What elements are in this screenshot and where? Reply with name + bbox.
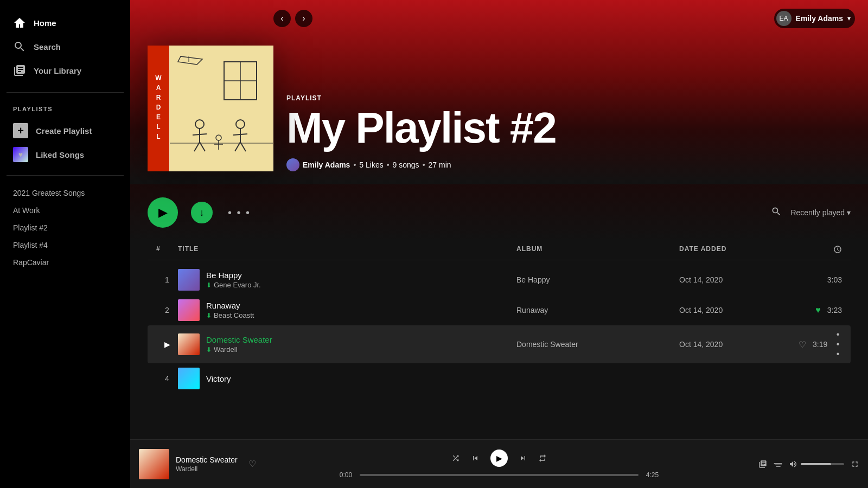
playlist-cover: WARDELL [148,46,273,171]
track-title-area-2: Runaway ⬇ Beast Coastt [178,299,516,321]
devices-button[interactable] [774,460,782,468]
progress-track[interactable] [360,474,639,476]
sidebar-item-search[interactable]: Search [7,35,124,59]
player-right [686,460,859,468]
playlist-duration: 27 min [429,160,451,169]
main-content: ‹ › EA Emily Adams ▾ WARDELL [130,0,868,488]
track-num-4: 4 [156,374,178,383]
playlist-type: PLAYLIST [286,94,851,102]
sidebar-divider [7,92,124,93]
svg-rect-0 [170,46,273,171]
table-row[interactable]: 2 Runaway ⬇ Beast Coastt [148,295,851,325]
track-name-1: Be Happy [206,271,261,280]
sidebar-item-rapcaviar[interactable]: RapCaviar [0,254,130,271]
sidebar-library-label: Your Library [34,66,81,75]
header-num: # [156,245,178,255]
meta-dot-2: • [387,160,390,169]
now-playing-info: Domestic Sweater Wardell [176,455,238,473]
track-name-2: Runaway [206,301,254,310]
sidebar-item-playlist4[interactable]: Playlist #4 [0,236,130,254]
sidebar-item-atwork[interactable]: At Work [0,202,130,219]
track-duration-1: 3:03 [799,275,842,284]
more-options-button[interactable]: • • • [226,204,253,221]
table-row[interactable]: ▶ Domestic Sweater ⬇ Wardell [148,325,851,363]
heart-icon-3[interactable]: ♡ [799,339,806,350]
previous-button[interactable] [471,454,480,463]
controls-right: Recently played ▾ [771,206,851,220]
heart-icon-2[interactable]: ♥ [815,305,821,315]
track-date-2: Oct 14, 2020 [679,306,799,314]
track-thumbnail-1 [178,269,200,291]
track-num-label-4: 4 [165,374,169,383]
table-row[interactable]: 1 Be Happy ⬇ Gene Evaro Jr. [148,265,851,295]
track-list: # TITLE ALBUM DATE ADDED 1 [130,241,868,394]
player-center: ▶ 0:00 4:25 [321,450,677,479]
track-info-4: Victory [206,374,231,383]
play-button[interactable]: ▶ [148,197,178,228]
liked-songs-icon: ♥ [13,147,28,162]
track-info-2: Runaway ⬇ Beast Coastt [206,301,254,319]
forward-button[interactable]: › [295,10,312,27]
shuffle-button[interactable] [451,454,460,463]
track-artist-1: ⬇ Gene Evaro Jr. [206,281,261,289]
sidebar: Home Search Your Library PLAYLISTS + Cre… [0,0,130,488]
header-duration [799,245,842,255]
nav-arrows: ‹ › [273,10,312,27]
fullscreen-button[interactable] [851,460,859,468]
repeat-button[interactable] [538,454,547,463]
content-header: ‹ › EA Emily Adams ▾ [260,0,868,37]
next-button[interactable] [519,454,527,463]
header-date: DATE ADDED [679,245,799,255]
playlists-label: PLAYLISTS [13,106,117,112]
playlist-info: PLAYLIST My Playlist #2 Emily Adams • 5 … [286,94,851,171]
download-button[interactable]: ↓ [191,202,213,223]
volume-track[interactable] [801,463,844,465]
search-icon [13,40,26,53]
volume-icon[interactable] [789,460,797,468]
sidebar-playlist-list: 2021 Greatest Songs At Work Playlist #2 … [0,180,130,488]
now-playing-bar: Domestic Sweater Wardell ♡ ▶ [130,439,868,488]
header-album: ALBUM [516,245,679,255]
create-playlist-action[interactable]: + Create Playlist [13,119,117,143]
now-playing-artist: Wardell [176,465,238,473]
create-playlist-icon: + [13,123,28,138]
current-time: 0:00 [336,471,355,479]
cover-image: WARDELL [148,46,273,171]
total-time: 4:25 [643,471,662,479]
track-duration-label-3: 3:19 [813,340,827,349]
playlist-title: My Playlist #2 [286,106,851,150]
volume-fill [801,463,831,465]
track-duration-label-2: 3:23 [827,306,842,314]
playlists-section: PLAYLISTS + Create Playlist ♥ Liked Song… [0,97,130,171]
sidebar-item-2021[interactable]: 2021 Greatest Songs [0,184,130,202]
meta-dot-3: • [423,160,425,169]
queue-button[interactable] [758,460,767,468]
track-name-4: Victory [206,374,231,383]
progress-bar[interactable]: 0:00 4:25 [336,471,662,479]
liked-songs-action[interactable]: ♥ Liked Songs [13,143,117,166]
track-thumbnail-3 [178,333,200,355]
back-button[interactable]: ‹ [273,10,291,27]
track-artist-3: ⬇ Wardell [206,345,272,354]
home-icon [13,16,26,29]
track-play-icon-3: ▶ [164,340,170,349]
heart-now-playing-icon[interactable]: ♡ [248,459,256,469]
sort-dropdown[interactable]: Recently played ▾ [790,208,851,217]
sidebar-home-label: Home [34,18,56,28]
search-tracks-button[interactable] [771,206,782,220]
sidebar-item-library[interactable]: Your Library [7,59,124,82]
play-pause-button[interactable]: ▶ [490,450,508,467]
downloaded-icon-2: ⬇ [206,312,212,319]
now-playing-thumbnail [139,449,169,479]
table-row[interactable]: 4 Victory [148,363,851,394]
user-profile[interactable]: EA Emily Adams ▾ [774,9,855,28]
meta-dot-1: • [353,160,356,169]
sidebar-item-home[interactable]: Home [7,11,124,35]
sidebar-item-playlist2[interactable]: Playlist #2 [0,219,130,236]
now-playing-title: Domestic Sweater [176,455,238,464]
now-playing-track: Domestic Sweater Wardell ♡ [139,449,312,479]
track-album-1: Be Happy [516,275,679,284]
track-num-label: 1 [165,275,169,284]
track-artist-2: ⬇ Beast Coastt [206,311,254,319]
track-more-button-3[interactable]: • • • [834,330,842,359]
